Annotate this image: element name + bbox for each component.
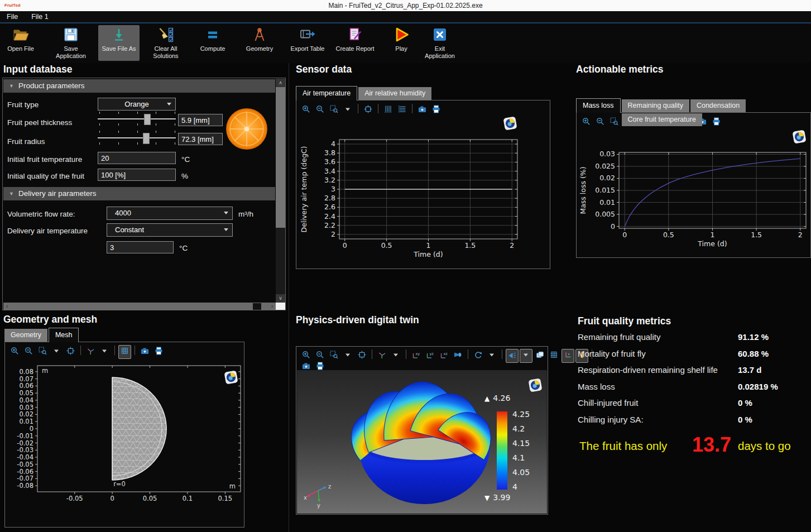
menu-item-file[interactable]: File [0, 11, 25, 22]
geometry-tab-mesh[interactable]: Mesh [49, 328, 79, 342]
dropdown-caret-icon[interactable] [342, 349, 354, 363]
toolbar-button-export-table[interactable]: Export Table [287, 25, 328, 61]
toolbar-button-exit-application[interactable]: Exit Application [419, 25, 460, 61]
dropdown-caret-icon[interactable] [520, 349, 532, 363]
scroll-up-button[interactable]: ∧ [276, 79, 285, 87]
toolbar-button-compute[interactable]: Compute [194, 25, 231, 61]
zoom-in-icon[interactable] [8, 345, 21, 359]
scene-icon[interactable] [534, 349, 546, 363]
svg-text:0.04: 0.04 [19, 396, 33, 404]
toolbar-button-geometry[interactable]: Geometry [241, 25, 278, 61]
scroll-left-button[interactable]: ‹ [3, 303, 11, 310]
scroll-right-button[interactable]: › [268, 303, 276, 310]
orientation-triad-icon[interactable] [84, 345, 97, 359]
view-xy-icon[interactable]: xy [410, 349, 423, 363]
toolbar-button-label: Play [385, 45, 418, 52]
snapshot-icon[interactable] [416, 103, 429, 117]
toolbar-button-open-file[interactable]: Open File [4, 25, 37, 61]
toolbar-button-clear-all-solutions[interactable]: Clear All Solutions [146, 25, 185, 61]
section-delivery-air-parameters[interactable]: ▼Delivery air parameters [3, 187, 275, 200]
toolbar-button-save-file-as[interactable]: Save File As [98, 25, 140, 61]
fruit-peel-thickness-slider[interactable] [98, 112, 176, 126]
metrics-tab-core-fruit-temperature[interactable]: Core fruit temperature [622, 113, 702, 126]
grid-icon[interactable] [118, 345, 131, 359]
x-axis-grid-icon[interactable] [382, 103, 395, 117]
scrollbar-thumb[interactable] [276, 87, 285, 228]
scene-light-icon[interactable] [506, 349, 519, 363]
sensor-chart-canvas[interactable]: 00.511.5222.22.42.62.833.23.43.63.84Time… [297, 119, 550, 267]
massloss-chart-canvas[interactable]: 00.511.5200.0050.010.0150.020.0250.03Tim… [578, 130, 811, 257]
fruit-radius-slider[interactable] [98, 131, 176, 145]
initial-fruit-temperature-field[interactable] [98, 152, 176, 164]
svg-text:Mass loss (%): Mass loss (%) [579, 166, 587, 214]
scrollbar-thumb[interactable] [253, 303, 261, 310]
snapshot-icon[interactable] [138, 345, 151, 359]
zoom-extents-icon[interactable] [356, 349, 368, 363]
metrics-tab-condensation[interactable]: Condensation [690, 99, 746, 112]
metrics-tab-remaining-quality[interactable]: Remaining quality [622, 99, 689, 112]
mesh-plot-canvas[interactable]: -0.0500.050.10.15-0.08-0.07-0.06-0.05-0.… [6, 362, 244, 526]
initial-quality-field[interactable] [98, 169, 176, 181]
fruit-peel-thickness-field[interactable] [178, 114, 223, 126]
print-icon[interactable] [152, 345, 165, 359]
zoom-extents-icon[interactable] [362, 103, 375, 117]
zoom-rectangle-icon[interactable] [328, 349, 340, 363]
zoom-rectangle-icon[interactable] [608, 116, 621, 130]
zoom-rectangle-icon[interactable] [36, 345, 49, 359]
section-product-parameters[interactable]: ▼Product parameters [3, 79, 275, 93]
y-axis-grid-icon[interactable] [396, 103, 409, 117]
colorbar-tick-label: 4.25 [512, 410, 530, 419]
sensor-tab-air-relative-humidity[interactable]: Air relative humidity [358, 87, 431, 100]
delivery-air-temperature-value-field[interactable] [107, 241, 174, 253]
initial-fruit-temperature-label: Initial fruit temperature [7, 155, 82, 164]
print-icon[interactable] [430, 103, 443, 117]
svg-text:0.02: 0.02 [599, 174, 615, 182]
zoom-out-icon[interactable] [22, 345, 35, 359]
svg-text:-0.05: -0.05 [17, 461, 33, 468]
dropdown-caret-icon[interactable] [342, 103, 354, 117]
zoom-out-icon[interactable] [594, 116, 607, 130]
menu-item-file-1[interactable]: File 1 [25, 11, 55, 22]
metric-row: Remaining fruit quality91.12 % [578, 332, 811, 347]
sensor-tab-air-temperature[interactable]: Air temperature [296, 86, 357, 100]
scroll-down-button[interactable]: ∨ [276, 294, 285, 303]
delivery-air-temperature-select[interactable]: Constant [107, 223, 233, 237]
digital-twin-3d-view[interactable]: 4.254.24.154.14.054 ▲4.26 ▼3.99 x y z [297, 370, 547, 514]
axes-toggle-icon[interactable] [562, 349, 574, 363]
dropdown-caret-icon[interactable] [50, 345, 63, 359]
fruit-3d-visualization [340, 375, 508, 511]
orientation-triad-icon[interactable] [376, 349, 388, 363]
metrics-tab-mass-loss[interactable]: Mass loss [576, 98, 621, 113]
volumetric-flow-rate-select[interactable]: 4000 [107, 207, 233, 220]
horizontal-scrollbar[interactable]: ‹ › [3, 303, 276, 310]
volumetric-flow-rate-unit: m³/h [238, 210, 253, 218]
dropdown-caret-icon[interactable] [98, 345, 111, 359]
dropdown-caret-icon[interactable] [486, 349, 498, 363]
zoom-out-icon[interactable] [314, 103, 327, 117]
rotate-icon[interactable] [472, 349, 484, 363]
zoom-in-icon[interactable] [300, 103, 313, 117]
print-icon[interactable] [710, 116, 723, 130]
fruit-radius-field[interactable] [178, 133, 223, 145]
svg-text:0.005: 0.005 [595, 210, 615, 218]
toolbar-button-save-application[interactable]: Save Application [51, 25, 91, 61]
svg-text:Time (d): Time (d) [697, 239, 727, 248]
view-xz-icon[interactable]: xz [438, 349, 450, 363]
delivery-air-temperature-label: Delivery air temperature [7, 227, 88, 235]
zoom-rectangle-icon[interactable] [328, 103, 340, 117]
vertical-scrollbar[interactable]: ∧ ∨ [276, 79, 285, 303]
zoom-extents-icon[interactable] [64, 345, 77, 359]
geometry-icon [241, 25, 278, 45]
menu-bar: FileFile 1 [0, 11, 811, 22]
view-yz-icon[interactable]: yz [424, 349, 436, 363]
dropdown-caret-icon[interactable] [390, 349, 402, 363]
zoom-in-icon[interactable] [580, 116, 593, 130]
perspective-icon[interactable] [452, 349, 464, 363]
grid-icon[interactable] [548, 349, 560, 363]
toolbar-button-play[interactable]: Play [385, 25, 418, 61]
geometry-tab-geometry[interactable]: Geometry [4, 329, 47, 342]
toolbar-button-create-report[interactable]: Create Report [334, 25, 376, 61]
slider-ticks [98, 123, 176, 126]
colorbar-tick-label: 4.05 [512, 468, 530, 477]
fruit-type-select[interactable]: Orange [98, 98, 176, 111]
